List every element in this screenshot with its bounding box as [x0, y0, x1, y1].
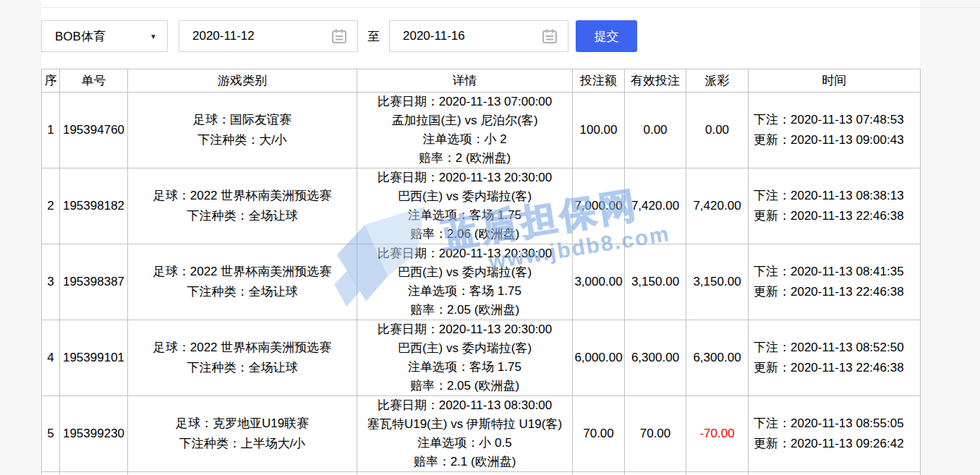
time-cell: 下注：2020-11-13 08:41:35 更新：2020-11-13 22:…: [749, 244, 921, 320]
category-line: 足球：2022 世界杯南美洲预选赛: [128, 338, 357, 358]
date-to-value: 2020-11-16: [403, 29, 465, 43]
time-line: 下注：2020-11-13 08:41:35: [754, 262, 920, 282]
detail-line: 比赛日期：2020-11-13 20:30:00: [357, 320, 572, 339]
date-to-input[interactable]: 2020-11-16: [389, 20, 568, 52]
category-line: 足球：2022 世界杯南美洲预选赛: [128, 186, 357, 206]
bet-amount: 3,000.00: [573, 244, 625, 320]
valid-bet: 70.00: [625, 396, 686, 472]
detail-line: 注单选项：客场 1.75: [357, 358, 572, 377]
detail-line: 巴西(主) vs 委内瑞拉(客): [357, 187, 572, 206]
bet-records-table: 序 单号 游戏类别 详情 投注额 有效投注 派彩 时间 1 195394760 …: [41, 69, 921, 475]
payout-value: 3,150.00: [686, 244, 749, 320]
category-line: 下注种类：全场让球: [128, 358, 357, 378]
date-from-value: 2020-11-12: [192, 29, 255, 43]
payout-value: -70.00: [686, 396, 749, 472]
time-line: 下注：2020-11-13 08:52:50: [754, 338, 920, 358]
payout-value: 0.00: [686, 93, 749, 168]
category-line: 下注种类：大/小: [128, 130, 357, 150]
category-line: 足球：国际友谊赛: [128, 110, 357, 130]
detail-line: 比赛日期：2020-11-13 20:30:00: [357, 244, 572, 263]
col-header-payout: 派彩: [686, 69, 749, 93]
calendar-icon[interactable]: [542, 28, 558, 44]
detail-cell: 比赛日期：2020-11-13 20:30:00 巴西(主) vs 委内瑞拉(客…: [357, 168, 573, 244]
game-category-cell: [128, 472, 357, 475]
valid-bet: 7,420.00: [625, 168, 686, 244]
game-select-value: BOB体育: [55, 28, 106, 45]
table-header-row: 序 单号 游戏类别 详情 投注额 有效投注 派彩 时间: [42, 69, 921, 93]
time-line: 更新：2020-11-13 22:46:38: [754, 282, 920, 302]
order-number: 195398387: [60, 244, 128, 320]
content-panel: BOB体育 ▼ 2020-11-12 至 2020-11-16: [41, 0, 920, 475]
detail-line: 赔率：2.05 (欧洲盘): [357, 377, 572, 395]
time-cell: 下注：2020-11-13 07:48:53 更新：2020-11-13 09:…: [749, 93, 921, 168]
payout-value: 7,420.00: [686, 168, 749, 244]
time-line: 更新：2020-11-13 22:46:38: [754, 358, 920, 378]
to-label: 至: [367, 28, 380, 45]
order-number: 195399101: [60, 320, 128, 396]
table-row: 2 195398182 足球：2022 世界杯南美洲预选赛 下注种类：全场让球 …: [42, 168, 921, 244]
category-line: 足球：克罗地亚U19联赛: [128, 414, 357, 434]
col-header-bet-amount: 投注额: [573, 69, 625, 93]
order-number: [60, 472, 128, 475]
bet-amount: 100.00: [573, 93, 625, 168]
detail-line: 巴西(主) vs 委内瑞拉(客): [357, 263, 572, 282]
detail-line: 赔率：2 (欧洲盘): [357, 149, 572, 168]
bet-amount: [573, 472, 625, 475]
detail-line: 孟加拉国(主) vs 尼泊尔(客): [357, 111, 572, 130]
detail-line: 赔率：2.06 (欧洲盘): [357, 225, 572, 244]
detail-line: 比赛日期：2020-11-13 08:30:00: [357, 396, 572, 415]
valid-bet: [625, 472, 686, 475]
time-line: 更新：2020-11-13 22:46:38: [754, 206, 920, 226]
category-line: 下注种类：上半场大/小: [128, 434, 357, 454]
order-number: 195399230: [60, 396, 128, 472]
valid-bet: 6,300.00: [625, 320, 686, 396]
row-index: 4: [42, 320, 60, 396]
time-line: 下注：2020-11-13 07:48:53: [754, 110, 920, 130]
category-line: 足球：2022 世界杯南美洲预选赛: [128, 262, 357, 282]
detail-line: 注单选项：客场 1.75: [357, 206, 572, 225]
table-row-partial: 比赛日期：: [42, 472, 921, 475]
table-row: 4 195399101 足球：2022 世界杯南美洲预选赛 下注种类：全场让球 …: [42, 320, 921, 396]
detail-line: 巴西(主) vs 委内瑞拉(客): [357, 339, 572, 358]
time-cell: 下注：2020-11-13 08:55:05 更新：2020-11-13 09:…: [749, 396, 921, 472]
detail-line: 注单选项：小 0.5: [357, 434, 572, 453]
detail-line: 注单选项：客场 1.75: [357, 282, 572, 301]
detail-cell: 比赛日期：2020-11-13 07:00:00 孟加拉国(主) vs 尼泊尔(…: [357, 93, 573, 168]
detail-cell: 比赛日期：2020-11-13 08:30:00 塞瓦特U19(主) vs 伊斯…: [357, 396, 573, 472]
row-index: 3: [42, 244, 60, 320]
chevron-down-icon: ▼: [150, 33, 157, 40]
time-line: 更新：2020-11-13 09:26:42: [754, 434, 920, 454]
payout-value: 6,300.00: [686, 320, 749, 396]
col-header-time: 时间: [749, 69, 921, 93]
table-row: 5 195399230 足球：克罗地亚U19联赛 下注种类：上半场大/小 比赛日…: [42, 396, 921, 472]
time-line: 下注：2020-11-13 08:55:05: [754, 414, 920, 434]
row-index: 2: [42, 168, 60, 244]
col-header-valid-bet: 有效投注: [625, 69, 686, 93]
col-header-order-no: 单号: [60, 69, 128, 93]
filter-bar: BOB体育 ▼ 2020-11-12 至 2020-11-16: [41, 20, 637, 52]
detail-line: 赔率：2.05 (欧洲盘): [357, 301, 572, 320]
game-category-cell: 足球：2022 世界杯南美洲预选赛 下注种类：全场让球: [128, 320, 357, 396]
time-line: 下注：2020-11-13 08:38:13: [754, 186, 920, 206]
col-header-category: 游戏类别: [128, 69, 357, 93]
game-select[interactable]: BOB体育 ▼: [41, 20, 168, 52]
date-from-input[interactable]: 2020-11-12: [179, 20, 358, 52]
game-category-cell: 足球：国际友谊赛 下注种类：大/小: [128, 93, 357, 168]
top-divider: [41, 7, 980, 8]
submit-button[interactable]: 提交: [576, 20, 637, 52]
valid-bet: 0.00: [625, 93, 686, 168]
detail-line: 比赛日期：2020-11-13 07:00:00: [357, 93, 572, 111]
bet-amount: 6,000.00: [573, 320, 625, 396]
detail-cell: 比赛日期：2020-11-13 20:30:00 巴西(主) vs 委内瑞拉(客…: [357, 244, 573, 320]
valid-bet: 3,150.00: [625, 244, 686, 320]
detail-line: 塞瓦特U19(主) vs 伊斯特拉 U19(客): [357, 415, 572, 434]
time-cell: 下注：2020-11-13 08:52:50 更新：2020-11-13 22:…: [749, 320, 921, 396]
row-index: 1: [42, 93, 60, 168]
calendar-icon[interactable]: [331, 28, 347, 44]
game-category-cell: 足球：克罗地亚U19联赛 下注种类：上半场大/小: [128, 396, 357, 472]
payout-value: [686, 472, 749, 475]
category-line: 下注种类：全场让球: [128, 206, 357, 226]
detail-line: 注单选项：小 2: [357, 130, 572, 149]
detail-cell: 比赛日期：: [357, 472, 573, 475]
row-index: [42, 472, 60, 475]
